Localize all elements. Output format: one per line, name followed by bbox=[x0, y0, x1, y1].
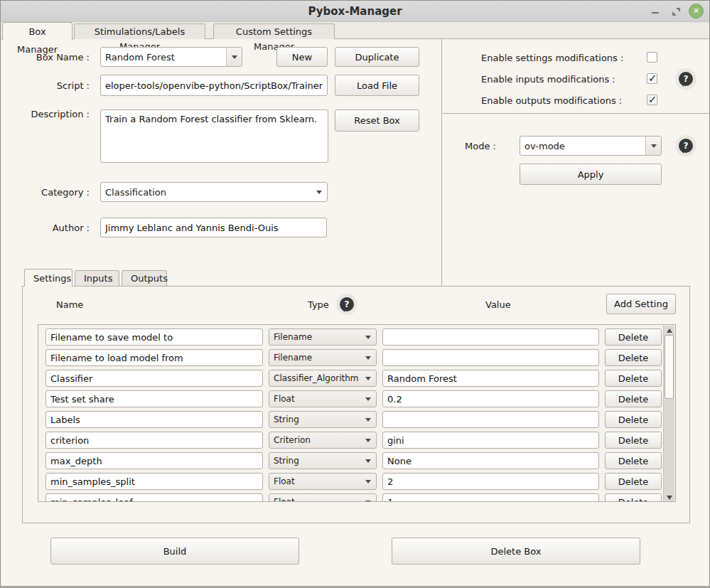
setting-value-input[interactable] bbox=[382, 328, 599, 346]
enable-settings-label: Enable settings modifications : bbox=[481, 53, 623, 63]
close-icon[interactable]: ✕ bbox=[689, 4, 704, 18]
modifications-help-icon[interactable]: ? bbox=[675, 68, 696, 90]
setting-row: String Delete bbox=[38, 411, 675, 428]
setting-name-input[interactable] bbox=[45, 349, 263, 366]
box-name-value: Random Forest bbox=[101, 52, 226, 63]
settings-rows: Filename Delete Filename Delete Classifi… bbox=[38, 324, 676, 502]
box-name-combobox[interactable]: Random Forest bbox=[100, 47, 242, 67]
subtab-settings[interactable]: Settings bbox=[24, 269, 72, 287]
setting-value-input[interactable] bbox=[382, 432, 599, 449]
setting-value-input[interactable] bbox=[382, 411, 599, 428]
build-button[interactable]: Build bbox=[50, 538, 299, 565]
delete-setting-button[interactable]: Delete bbox=[605, 493, 662, 502]
setting-row: Criterion Delete bbox=[38, 432, 675, 449]
restore-icon[interactable] bbox=[672, 8, 680, 16]
enable-inputs-checkbox[interactable] bbox=[647, 73, 657, 84]
category-value: Classification bbox=[101, 187, 315, 198]
setting-value-input[interactable] bbox=[382, 473, 599, 490]
minimize-icon[interactable] bbox=[652, 12, 659, 14]
chevron-down-icon[interactable] bbox=[226, 48, 242, 66]
value-column-header: Value bbox=[485, 299, 511, 310]
setting-type-select[interactable]: Float bbox=[269, 473, 377, 490]
chevron-down-icon bbox=[365, 501, 371, 503]
app-window: Pybox-Manager ✕ Box Manager Stimulations… bbox=[0, 0, 710, 588]
new-button[interactable]: New bbox=[276, 47, 328, 67]
mode-help-icon[interactable]: ? bbox=[675, 135, 696, 156]
chevron-down-icon bbox=[365, 439, 371, 442]
mode-value: ov-mode bbox=[520, 141, 645, 151]
mode-dropdown[interactable]: ov-mode bbox=[520, 136, 662, 156]
setting-row: Filename Delete bbox=[38, 328, 675, 346]
setting-type-select[interactable]: Classifier_Algorithm bbox=[269, 370, 377, 387]
setting-name-input[interactable] bbox=[45, 432, 263, 449]
delete-box-button[interactable]: Delete Box bbox=[392, 538, 640, 565]
script-label: Script : bbox=[15, 80, 90, 91]
delete-setting-button[interactable]: Delete bbox=[605, 370, 662, 387]
tab-box-manager[interactable]: Box Manager bbox=[2, 22, 72, 40]
setting-row: Filename Delete bbox=[38, 349, 675, 366]
subtab-outputs[interactable]: Outputs bbox=[122, 270, 167, 286]
tab-custom-settings-manager[interactable]: Custom Settings Manager bbox=[213, 23, 335, 39]
setting-row: Float Delete bbox=[38, 473, 675, 490]
delete-setting-button[interactable]: Delete bbox=[605, 452, 662, 469]
setting-name-input[interactable] bbox=[45, 370, 263, 387]
setting-name-input[interactable] bbox=[45, 452, 263, 469]
chevron-down-icon bbox=[316, 191, 322, 194]
main-tab-strip: Box Manager Stimulations/Labels Manager … bbox=[1, 22, 709, 39]
enable-outputs-checkbox[interactable] bbox=[647, 95, 657, 105]
setting-name-input[interactable] bbox=[45, 473, 263, 490]
delete-setting-button[interactable]: Delete bbox=[605, 390, 662, 407]
setting-type-select[interactable]: Float bbox=[269, 390, 377, 407]
chevron-down-icon bbox=[365, 336, 371, 339]
delete-setting-button[interactable]: Delete bbox=[605, 432, 662, 449]
setting-row: Float Delete bbox=[38, 390, 675, 407]
subtab-inputs[interactable]: Inputs bbox=[75, 270, 119, 286]
setting-type-select[interactable]: Float bbox=[269, 493, 377, 502]
setting-type-select[interactable]: String bbox=[269, 411, 377, 428]
apply-button[interactable]: Apply bbox=[520, 164, 662, 185]
setting-type-select[interactable]: Criterion bbox=[269, 432, 377, 449]
delete-setting-button[interactable]: Delete bbox=[605, 349, 662, 366]
window-title: Pybox-Manager bbox=[1, 5, 709, 18]
duplicate-button[interactable]: Duplicate bbox=[335, 47, 419, 67]
delete-setting-button[interactable]: Delete bbox=[605, 328, 662, 346]
setting-value-input[interactable] bbox=[382, 370, 599, 387]
category-dropdown[interactable]: Classification bbox=[100, 182, 328, 202]
add-setting-button[interactable]: Add Setting bbox=[606, 294, 676, 314]
chevron-down-icon bbox=[365, 418, 371, 422]
setting-name-input[interactable] bbox=[45, 390, 263, 407]
author-label: Author : bbox=[15, 223, 90, 233]
description-textarea[interactable] bbox=[100, 109, 328, 163]
load-file-button[interactable]: Load File bbox=[335, 75, 419, 96]
delete-setting-button[interactable]: Delete bbox=[605, 473, 662, 490]
type-column-header: Type bbox=[308, 299, 329, 310]
setting-type-select[interactable]: Filename bbox=[269, 349, 377, 366]
enable-inputs-label: Enable inputs modifications : bbox=[481, 74, 615, 85]
setting-value-input[interactable] bbox=[382, 349, 599, 366]
title-bar: Pybox-Manager ✕ bbox=[1, 1, 709, 22]
author-input[interactable] bbox=[100, 218, 327, 237]
mode-label: Mode : bbox=[465, 141, 496, 151]
script-input[interactable] bbox=[100, 75, 328, 96]
enable-settings-checkbox[interactable] bbox=[647, 52, 657, 63]
reset-box-button[interactable]: Reset Box bbox=[335, 109, 419, 132]
setting-value-input[interactable] bbox=[382, 390, 599, 407]
chevron-down-icon[interactable] bbox=[645, 137, 661, 155]
setting-type-select[interactable]: Filename bbox=[269, 328, 377, 346]
setting-row: Float Delete bbox=[38, 493, 675, 502]
description-label: Description : bbox=[15, 109, 90, 119]
panel-divider-vertical bbox=[441, 39, 442, 286]
setting-type-select[interactable]: String bbox=[269, 452, 377, 469]
chevron-down-icon bbox=[365, 397, 371, 401]
delete-setting-button[interactable]: Delete bbox=[605, 411, 662, 428]
setting-name-input[interactable] bbox=[45, 328, 263, 346]
chevron-down-icon bbox=[365, 356, 371, 360]
setting-name-input[interactable] bbox=[45, 411, 263, 428]
setting-value-input[interactable] bbox=[382, 452, 599, 469]
type-help-icon[interactable]: ? bbox=[336, 294, 357, 315]
chevron-down-icon bbox=[365, 459, 371, 463]
tab-stimulations-labels-manager[interactable]: Stimulations/Labels Manager bbox=[74, 23, 205, 39]
setting-value-input[interactable] bbox=[382, 493, 599, 502]
setting-name-input[interactable] bbox=[45, 493, 263, 502]
category-label: Category : bbox=[15, 187, 90, 198]
